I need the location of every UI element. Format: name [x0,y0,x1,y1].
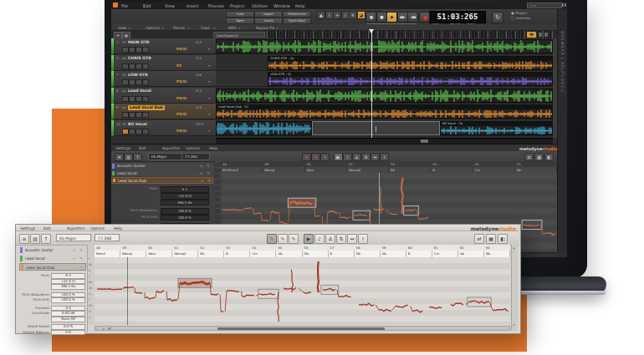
track-btn-1[interactable] [129,112,135,118]
clip1[interactable] [312,121,440,135]
chord-bb-15[interactable]: Bb [484,251,510,257]
blob-icon[interactable]: ≈ [200,171,203,175]
track-lane-bg-vocal[interactable]: BG Vocal - 24 [216,120,553,136]
mel-menu-settings[interactable]: Settings [20,226,35,231]
track-btn-1[interactable] [129,79,135,85]
track-btn-3[interactable] [142,96,149,102]
chord-db-8[interactable]: Db [303,251,329,257]
track-btn-3[interactable] [142,63,149,69]
dock-tab-strip[interactable]: BROWSER | HELP+DOCU [557,9,567,251]
quantize-time-macro[interactable]: ✎ [278,234,288,244]
pitch-tool[interactable]: ♪ [314,234,325,244]
track-btn-0[interactable] [122,47,129,53]
daw-h-scrollbar[interactable] [216,138,553,144]
edit-icon[interactable]: ✎ [207,179,211,183]
monitor-chip[interactable]: M [527,32,536,38]
mel-menu-settings[interactable]: Settings [115,146,130,150]
clip-low-gtr-01[interactable]: LOW GTR - 01 [268,72,553,86]
menu-file[interactable]: File [121,3,128,8]
track-header-main-gtr[interactable]: 1MAIN GTR-0.3FX(S)▾ [111,38,216,54]
stop-button[interactable]: ■ [376,12,387,23]
separation-tool[interactable]: I [380,153,389,161]
track-name[interactable]: MAIN GTR [128,40,150,44]
pitch-tool[interactable]: ♪ [343,153,352,161]
inspector-value-5[interactable]: 0.0 [51,306,84,312]
workspace-select[interactable]: [workspace] [213,32,265,38]
track-name[interactable]: LOW GTR [128,73,148,77]
chord-cm-6[interactable]: Cm [250,251,276,257]
chord-ab-7[interactable]: Ab [515,167,557,173]
pause-button[interactable]: ▮▮ [365,12,376,23]
cycle-toggle[interactable]: ⇄ [524,153,534,161]
amplitude-tool[interactable]: ⇅ [336,234,346,244]
inspector-value-2[interactable]: 396.5 Hz [51,284,84,290]
menu-view[interactable]: View [165,3,175,8]
chord-b-9[interactable]: B [329,251,355,257]
chord-ab-11[interactable]: Ab [381,251,406,257]
track-lane-lead-vocal-dub[interactable]: Lead Vocal Dub - 01 [216,104,553,119]
track-header-chris-gtr[interactable]: 3CHRIS GTR-2.1FX▾ [111,55,216,71]
menu-edit[interactable]: Edit [143,3,151,8]
chord-cm-13[interactable]: Cm [432,251,458,257]
mel-menu-edit[interactable]: Edit [43,226,51,231]
menu-window[interactable]: Window [273,3,290,8]
mel-menu-algorithm[interactable]: Algorithm [162,146,181,150]
edit-icon[interactable]: ✎ [80,266,84,270]
track-btn-0[interactable] [122,96,129,102]
mel-v-scrollbar[interactable]: ▴▾ [511,245,518,331]
track-btn-1[interactable] [129,47,135,53]
mel-track-lead-vocal-dub[interactable]: Lead Vocal Dub≈✎ [19,263,86,271]
edit-icon[interactable]: ✎ [79,248,83,252]
mel-track-lead-vocal[interactable]: Lead Vocal≈✎ [111,170,213,177]
track-btn-2[interactable] [135,96,142,102]
mel-track-lead-vocal-dub[interactable]: Lead Vocal Dub≈✎ [111,177,213,184]
timeline-ruler[interactable] [267,31,553,38]
inspector-value-9[interactable]: 0 % [51,330,84,336]
clip0[interactable] [216,39,553,53]
separation-tool[interactable]: I [358,234,368,244]
zoom-tool[interactable]: ◧ [498,234,508,244]
track-name[interactable]: CHRIS GTR [128,56,151,60]
submenu-region-fx[interactable]: Region FX [256,26,274,30]
clip-view-toggle[interactable]: ▥ [124,153,133,161]
track-header-low-gtr[interactable]: 7LOW GTR-0.6FX(S)▾ [111,71,216,87]
track-name[interactable]: BG Vocal [128,122,147,126]
edit-pencil[interactable]: ✎ [320,153,330,161]
chord-bbmaj-1[interactable]: Bbmaj [120,251,146,257]
track-btn-2[interactable] [135,63,142,69]
chord-abm-2[interactable]: Abm [146,251,172,257]
submenu-tracks[interactable]: Tracks [173,26,185,30]
track-btn-0[interactable] [122,63,129,69]
track-header-bg-vocal[interactable]: 10BG Vocal-20.2FX(S)▾ [111,120,216,136]
mel-menu-options[interactable]: Options [186,146,200,150]
inspector-value-0[interactable]: E 4 [161,186,210,193]
track-btn-3[interactable] [142,47,149,53]
menu-insert[interactable]: Insert [187,3,198,8]
edit-pencil[interactable]: ✎ [289,234,299,244]
chord-b-5[interactable]: B [224,251,250,257]
main-tool[interactable]: ▶ [334,153,343,161]
inspector-value-4[interactable]: 100.0 % [51,297,84,303]
track-btn-3[interactable] [142,112,149,118]
track-btn-0[interactable] [122,129,129,134]
quick-cues[interactable]: Cues [226,11,254,18]
check-project[interactable]: ▣Project [511,12,527,15]
inspector-value-1[interactable]: +21.0 Ct [51,279,84,285]
footer-tool-2[interactable]: M [108,327,110,331]
cursor-tool-icon[interactable]: ▲ [317,11,325,19]
fx-chip[interactable]: FX(S) [176,129,187,133]
chord-cm-6[interactable]: Cm [473,167,515,173]
track-lane-low-gtr[interactable]: LOW GTR - 01 [216,71,553,87]
mel-menu-algorithm[interactable]: Algorithm [67,226,85,231]
snap-toggle[interactable]: ▦ [486,234,496,244]
track-name[interactable]: Lead Vocal [128,89,151,93]
quantize-time-macro[interactable]: ✎ [311,153,320,161]
submenu-midi[interactable]: MIDI [228,26,237,30]
follow-playback[interactable]: ↑ [41,234,51,244]
track-btn-3[interactable] [142,129,149,134]
track-header-lead-vocal-dub[interactable]: 9Lead Vocal Dub-0.3FX(S)▾ [111,104,216,119]
chord-eb-minor2-0[interactable]: Eb Minor2 [221,167,263,173]
chord-ab-14[interactable]: Ab [458,251,484,257]
tempo-select[interactable]: 77.260 [181,153,210,160]
chord-bbmaj-1[interactable]: Bbmaj [263,167,304,173]
